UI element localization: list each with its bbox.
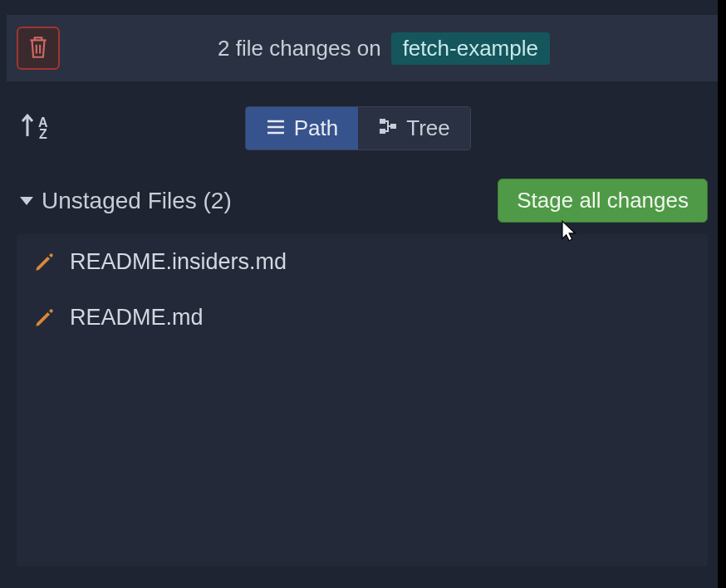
window-edge [718,0,726,588]
svg-rect-0 [380,119,385,124]
file-row[interactable]: README.insiders.md [17,234,708,290]
svg-rect-2 [390,124,396,129]
unstaged-title: Unstaged Files (2) [42,188,232,214]
svg-rect-1 [380,129,385,134]
header-title: 2 file changes on fetch-example [60,32,708,65]
sort-arrow-icon [20,113,35,144]
view-tree-label: Tree [406,115,450,141]
pencil-icon [33,252,55,273]
trash-icon [27,35,49,62]
tree-icon [378,115,398,141]
unstaged-toggle[interactable]: Unstaged Files (2) [20,188,232,214]
caret-down-icon [20,197,33,205]
pencil-icon [33,307,55,329]
changes-count-text: 2 file changes on [218,36,381,61]
view-path-button[interactable]: Path [246,107,359,149]
file-row[interactable]: README.md [17,290,708,345]
view-mode-segmented: Path Tree [245,106,471,150]
view-tree-button[interactable]: Tree [358,107,470,149]
stage-all-button[interactable]: Stage all changes [498,179,708,223]
sort-button[interactable]: A Z [20,113,48,144]
view-path-label: Path [294,115,339,141]
discard-all-button[interactable] [17,27,60,70]
file-name: README.md [70,305,204,331]
branch-chip[interactable]: fetch-example [391,32,550,65]
changes-header: 2 file changes on fetch-example [7,15,718,81]
file-name: README.insiders.md [70,249,287,275]
unstaged-file-list: README.insiders.md README.md [17,234,708,566]
view-toolbar: A Z Path [7,81,718,167]
hamburger-icon [266,115,286,141]
sort-az-icon: A Z [38,117,48,140]
unstaged-section-header: Unstaged Files (2) Stage all changes [7,167,718,234]
